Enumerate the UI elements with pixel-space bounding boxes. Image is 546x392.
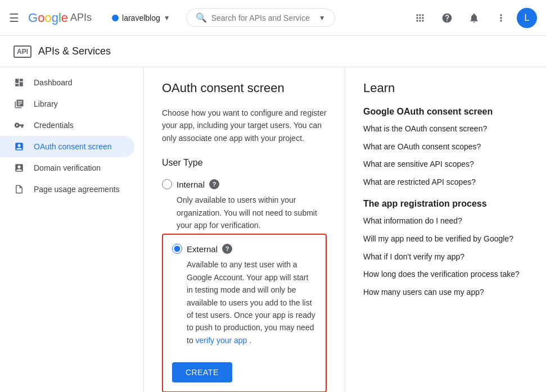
search-bar[interactable]: 🔍 ▼ — [186, 8, 335, 27]
api-chip-label: API — [13, 45, 31, 58]
create-button[interactable]: CREATE — [172, 362, 232, 382]
internal-description: Only available to users within your orga… — [177, 194, 327, 231]
more-vert-icon[interactable] — [490, 7, 512, 29]
learn-link2-1[interactable]: Will my app need to be verified by Googl… — [363, 234, 528, 245]
project-caret-icon: ▼ — [164, 14, 170, 22]
learn-link2-2[interactable]: What if I don't verify my app? — [363, 252, 528, 263]
external-label: External — [187, 244, 218, 254]
learn-link-3[interactable]: What are restricted API scopes? — [363, 177, 528, 188]
external-radio-row: External ? — [172, 244, 317, 254]
learn-link2-0[interactable]: What information do I need? — [363, 216, 528, 227]
sidebar-item-page-usage[interactable]: Page usage agreements — [0, 179, 134, 200]
internal-radio-row: Internal ? — [162, 179, 327, 189]
project-dot — [112, 15, 119, 21]
apps-icon[interactable] — [409, 7, 431, 29]
sidebar-item-domain-verification[interactable]: Domain verification — [0, 157, 134, 179]
search-icon: 🔍 — [196, 12, 207, 23]
avatar[interactable]: L — [517, 8, 537, 28]
section-title: APIs & Services — [38, 45, 111, 57]
sidebar-label-page-usage: Page usage agreements — [34, 185, 120, 194]
learn-title: Learn — [363, 81, 528, 95]
menu-icon[interactable]: ☰ — [9, 11, 19, 25]
subbar: API APIs & Services — [0, 36, 546, 67]
main-layout: Dashboard Library Credentials OAuth cons… — [0, 67, 546, 392]
learn-panel: Learn Google OAuth consent screen What i… — [345, 67, 546, 392]
sidebar-label-dashboard: Dashboard — [34, 78, 73, 87]
internal-option: Internal ? Only available to users withi… — [162, 177, 327, 234]
topbar: ☰ Google APIs laravelblog ▼ 🔍 ▼ L — [0, 0, 546, 36]
external-desc-part2: . — [249, 336, 251, 345]
search-expand-icon: ▼ — [319, 14, 326, 22]
sidebar: Dashboard Library Credentials OAuth cons… — [0, 67, 144, 392]
notifications-icon[interactable] — [463, 7, 485, 29]
sidebar-label-library: Library — [34, 99, 58, 108]
learn-link-0[interactable]: What is the OAuth consent screen? — [363, 124, 528, 135]
topbar-icons: L — [409, 7, 537, 29]
google-logo: Google APIs — [28, 11, 92, 25]
learn-section1-title: Google OAuth consent screen — [363, 107, 528, 117]
project-name: laravelblog — [122, 13, 160, 22]
sidebar-label-domain-verification: Domain verification — [34, 163, 101, 172]
external-desc-part1: Available to any test user with a Google… — [187, 260, 315, 344]
internal-radio[interactable] — [162, 179, 172, 189]
external-option: External ? Available to any test user wi… — [172, 244, 317, 347]
internal-label: Internal — [177, 180, 205, 189]
learn-link2-4[interactable]: How many users can use my app? — [363, 287, 528, 298]
credentials-icon — [13, 120, 25, 130]
domain-icon — [13, 163, 25, 173]
learn-link-2[interactable]: What are sensitive API scopes? — [363, 159, 528, 170]
external-radio[interactable] — [172, 244, 182, 254]
sidebar-item-dashboard[interactable]: Dashboard — [0, 72, 134, 93]
page-icon — [13, 184, 25, 194]
user-type-label: User Type — [162, 158, 327, 168]
external-help-icon[interactable]: ? — [222, 244, 232, 254]
library-icon — [13, 99, 25, 109]
content-title: OAuth consent screen — [162, 81, 327, 95]
sidebar-label-credentials: Credentials — [34, 121, 74, 130]
internal-help-icon[interactable]: ? — [209, 179, 219, 189]
help-icon[interactable] — [436, 7, 458, 29]
learn-link-1[interactable]: What are OAuth consent scopes? — [363, 142, 528, 153]
external-description: Available to any test user with a Google… — [187, 258, 317, 347]
sidebar-label-oauth-consent: OAuth consent screen — [34, 142, 112, 151]
sidebar-item-oauth-consent[interactable]: OAuth consent screen — [0, 136, 134, 157]
oauth-icon — [13, 142, 25, 152]
google-wordmark: Google — [28, 11, 68, 25]
api-chip: API — [13, 45, 31, 58]
learn-link2-3[interactable]: How long does the verification process t… — [363, 269, 528, 280]
sidebar-item-library[interactable]: Library — [0, 93, 134, 115]
sidebar-item-credentials[interactable]: Credentials — [0, 115, 134, 136]
verify-link[interactable]: verify your app — [196, 336, 247, 345]
content-area: OAuth consent screen Choose how you want… — [144, 67, 345, 392]
content-description: Choose how you want to configure and reg… — [162, 107, 327, 144]
learn-section2-title: The app registration process — [363, 199, 528, 209]
apis-text: APIs — [70, 12, 92, 24]
external-option-box: External ? Available to any test user wi… — [162, 234, 327, 392]
dashboard-icon — [13, 78, 25, 88]
search-input[interactable] — [211, 13, 310, 22]
project-selector[interactable]: laravelblog ▼ — [107, 11, 175, 25]
